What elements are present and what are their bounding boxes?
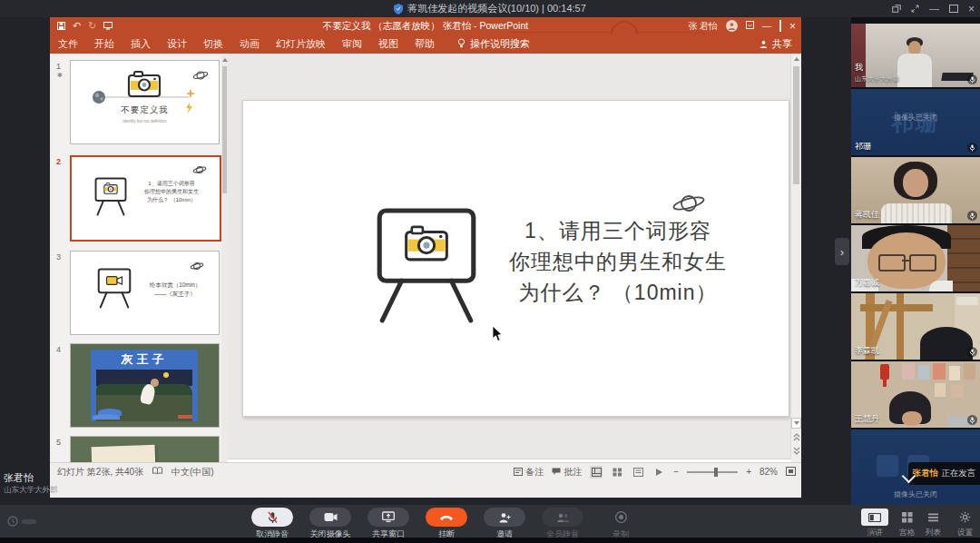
thumb3-line: 绘本欣赏（10min） [136, 281, 214, 290]
participant-tile[interactable]: 万嘉诚 [851, 225, 980, 291]
speaker-layout-icon [868, 513, 881, 522]
meeting-bottom-toolbar: 取消静音 关闭摄像头 共享窗口 挂断 邀请 全员静音 [0, 505, 980, 538]
participant-tile-me[interactable]: 我 山东大学大外部 [851, 24, 980, 87]
slide-canvas[interactable]: 1、请用三个词形容 你理想中的男生和女生 为什么？ （10min） [242, 100, 789, 417]
zoom-level: 82% [760, 467, 778, 477]
tab-design[interactable]: 设计 [159, 37, 195, 51]
thumb2-line: 为什么？ （10min） [132, 196, 211, 204]
unmute-button[interactable]: 取消静音 [250, 508, 294, 540]
camera-off-label: 摄像头已关闭 [851, 489, 980, 499]
mouse-cursor [492, 326, 503, 342]
person-icon [760, 39, 768, 50]
powerpoint-title-bar: ↶ ↻ 不要定义我 （志愿者放映） 张君怡 - PowerPoint 张 君怡 … [50, 17, 801, 35]
participant-tile[interactable]: 蒋凯佳 [851, 157, 980, 223]
slide-text-block[interactable]: 1、请用三个词形容 你理想中的男生和女生 为什么？ （10min） [477, 215, 759, 308]
grid-view-button[interactable]: 宫格 [899, 508, 915, 538]
normal-view-button[interactable] [590, 466, 603, 479]
mute-all-button[interactable]: 全员静音 [541, 508, 584, 540]
participant-name: 蒋凯佳 [855, 209, 879, 221]
mic-icon [967, 74, 977, 84]
meeting-title: 蒋凯佳发起的视频会议(10/10) | 00:14:57 [407, 2, 586, 15]
share-button[interactable]: 共享 [760, 37, 792, 51]
list-icon [927, 512, 939, 522]
camera-off-label: 摄像头已关闭 [851, 113, 980, 123]
reading-view-button[interactable] [632, 466, 644, 479]
share-window-button[interactable]: 共享窗口 [367, 508, 410, 540]
next-slide-button[interactable] [791, 445, 801, 456]
editor-vertical-scrollbar[interactable] [790, 54, 801, 459]
avatar[interactable] [726, 20, 738, 32]
shield-icon [394, 4, 403, 15]
tab-home[interactable]: 开始 [86, 37, 122, 51]
participant-name: 祁珊 [855, 141, 871, 153]
tab-slideshow[interactable]: 幻灯片放映 [268, 37, 334, 51]
minimize-icon[interactable]: — [929, 4, 939, 14]
slideshow-view-button[interactable] [652, 466, 665, 479]
zoom-out-button[interactable]: − [673, 467, 679, 477]
tab-insert[interactable]: 插入 [122, 37, 159, 51]
lightbulb-icon [457, 38, 466, 50]
tab-view[interactable]: 视图 [370, 37, 407, 51]
record-button[interactable]: 录制 [599, 508, 642, 540]
invite-button[interactable]: 邀请 [483, 508, 526, 540]
mic-icon [967, 211, 977, 221]
slide-thumbnail-4[interactable]: 灰王子 [70, 343, 220, 428]
close-icon[interactable]: × [968, 4, 975, 15]
slide-number: 1 [56, 62, 61, 71]
ribbon-display-icon[interactable] [746, 21, 754, 31]
notes-toggle[interactable]: 备注 [514, 466, 544, 479]
speaker-view-button[interactable]: 演讲 [861, 508, 888, 538]
ppt-status-bar: 幻灯片 第2张, 共40张 中文(中国) 备注 批注 [50, 462, 801, 480]
ppt-minimize-icon[interactable]: — [762, 21, 771, 31]
hang-up-button[interactable]: 挂断 [425, 508, 468, 540]
scroll-down-button[interactable] [791, 418, 801, 429]
thumbnail-scrollbar[interactable] [221, 55, 228, 480]
camera-off-button[interactable]: 关闭摄像头 [309, 508, 352, 540]
popout-icon[interactable] [892, 5, 901, 13]
zoom-in-button[interactable]: + [746, 467, 751, 477]
thumb3-line: ——《灰王子》 [136, 290, 214, 299]
settings-button[interactable]: 设置 [957, 508, 973, 538]
language-indicator[interactable]: 中文(中国) [172, 466, 214, 479]
speaker-name: 张君怡 [913, 468, 939, 479]
fit-slide-icon[interactable] [786, 467, 796, 478]
spellcheck-icon[interactable] [152, 467, 162, 477]
thumb2-line: 你理想中的男生和女生 [132, 188, 211, 196]
tell-me-search[interactable]: 操作说明搜索 [457, 37, 530, 51]
watermark-org: 山东大学大外部 [4, 485, 58, 496]
thumb2-line: 1、请用三个词形容 [132, 180, 211, 188]
slide-thumbnail-2-selected[interactable]: 1、请用三个词形容 你理想中的男生和女生 为什么？ （10min） [70, 155, 221, 242]
slide-number: 2 [56, 157, 61, 166]
comments-toggle[interactable]: 批注 [552, 466, 582, 479]
tab-help[interactable]: 帮助 [407, 37, 443, 51]
share-screen-icon [382, 511, 395, 523]
ppt-close-icon[interactable]: × [789, 20, 796, 33]
tab-review[interactable]: 审阅 [334, 37, 370, 51]
participant-name: 我 [855, 62, 863, 74]
tab-animations[interactable]: 动画 [231, 37, 268, 51]
collapse-panel-button[interactable]: › [835, 238, 849, 265]
ppt-restore-icon[interactable] [779, 21, 781, 31]
list-view-button[interactable]: 列表 [926, 508, 941, 538]
participant-tile[interactable]: 李霖凯 [851, 293, 980, 360]
tab-transitions[interactable]: 切换 [195, 37, 231, 51]
tab-file[interactable]: 文件 [50, 37, 86, 51]
book-cover-title: 灰王子 [91, 351, 198, 368]
invite-person-icon [498, 512, 511, 523]
slide-text-line: 1、请用三个词形容 [477, 215, 759, 246]
fullscreen-icon[interactable] [911, 5, 919, 13]
previous-slide-button[interactable] [791, 431, 801, 442]
thumb1-title: 不要定义我 [71, 104, 219, 116]
meeting-app-window: 蒋凯佳发起的视频会议(10/10) | 00:14:57 — × ↶ ↻ 不要定… [0, 0, 980, 543]
zoom-slider[interactable] [687, 467, 738, 478]
slide-thumbnail-1[interactable]: 不要定义我 identify but not definition [70, 60, 220, 144]
participant-name: 万嘉诚 [855, 277, 879, 289]
saturn-icon [671, 190, 706, 217]
watermark-name: 张君怡 [4, 471, 34, 485]
participant-tile-camera-off[interactable]: 祁珊 摄像头已关闭 祁珊 [851, 89, 980, 155]
speaking-toast: 张君怡 正在发言 [908, 462, 980, 485]
maximize-icon[interactable] [949, 5, 958, 13]
participant-tile[interactable]: 王慧丹 [851, 361, 980, 428]
slide-thumbnail-3[interactable]: 绘本欣赏（10min） ——《灰王子》 [70, 251, 220, 335]
slide-sorter-view-button[interactable] [611, 466, 623, 479]
